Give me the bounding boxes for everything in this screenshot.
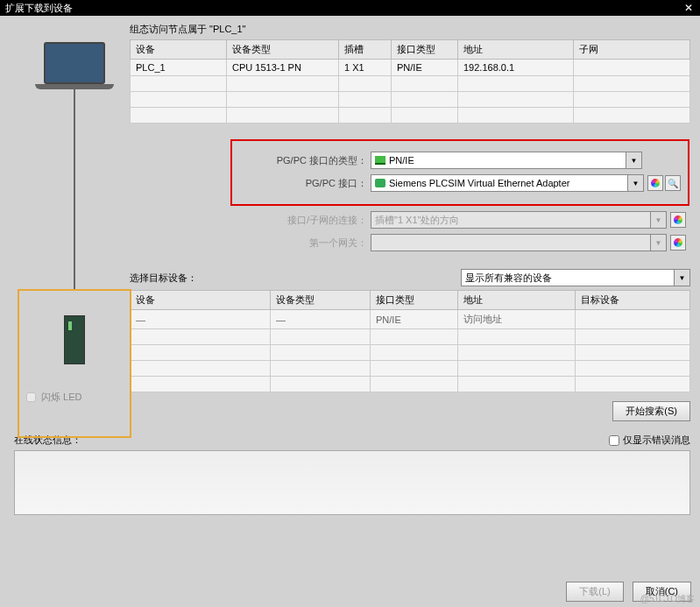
window-title: 扩展下载到设备: [5, 2, 73, 15]
properties-button[interactable]: [670, 235, 686, 251]
diagnose-button[interactable]: 🔍: [665, 175, 681, 191]
label-interface-type: PG/PC 接口的类型：: [239, 154, 371, 167]
adapter-icon: [375, 179, 385, 187]
errors-only-checkbox[interactable]: 仅显示错误消息: [609, 434, 690, 447]
dropdown-connection: 插槽"1 X1"处的方向 ▼: [371, 211, 667, 229]
dropdown-gateway: ▼: [371, 234, 667, 251]
chevron-down-icon: ▼: [627, 175, 643, 191]
download-button[interactable]: 下载(L): [566, 582, 623, 602]
color-wheel-icon: [651, 179, 660, 187]
dropdown-interface-type[interactable]: PN/IE ▼: [371, 152, 642, 169]
chevron-down-icon: ▼: [650, 235, 666, 251]
dropdown-target-filter[interactable]: 显示所有兼容的设备 ▼: [461, 269, 690, 286]
plc-highlight-box: 闪烁 LED: [18, 289, 131, 438]
properties-button[interactable]: [647, 175, 663, 191]
color-wheel-icon: [674, 238, 682, 247]
start-search-button[interactable]: 开始搜索(S): [612, 401, 690, 421]
chevron-down-icon: ▼: [650, 212, 666, 228]
close-icon[interactable]: ✕: [682, 2, 695, 14]
watermark: @51CTO博客: [640, 593, 695, 605]
interface-settings-box: PG/PC 接口的类型： PN/IE ▼ PG/PC 接口： Siemens P…: [230, 139, 689, 206]
table-row[interactable]: —— PN/IE访问地址: [131, 310, 690, 329]
network-icon: [375, 156, 385, 165]
chevron-down-icon: ▼: [674, 270, 689, 286]
select-target-label: 选择目标设备：: [130, 272, 197, 285]
properties-button[interactable]: [670, 212, 686, 228]
magnifier-icon: 🔍: [668, 179, 678, 188]
device-diagram: 闪烁 LED: [18, 42, 131, 445]
laptop-icon: [31, 42, 118, 89]
table-row[interactable]: PLC_1CPU 1513-1 PN 1 X1PN/IE 192.168.0.1: [131, 60, 690, 76]
chevron-down-icon: ▼: [626, 152, 641, 168]
plc-icon: [64, 315, 85, 364]
config-devices-table: 设备设备类型 插槽接口类型 地址子网 PLC_1CPU 1513-1 PN 1 …: [130, 39, 690, 124]
label-interface: PG/PC 接口：: [239, 177, 371, 190]
config-node-label: 组态访问节点属于 "PLC_1": [130, 23, 693, 36]
dropdown-interface[interactable]: Siemens PLCSIM Virtual Ethernet Adapter …: [371, 174, 644, 192]
flash-led-checkbox[interactable]: 闪烁 LED: [26, 391, 123, 404]
label-connection: 接口/子网的连接：: [239, 214, 371, 227]
color-wheel-icon: [674, 215, 682, 224]
label-gateway: 第一个网关：: [239, 236, 371, 250]
target-devices-table: 设备设备类型 接口类型地址 目标设备 —— PN/IE访问地址: [130, 290, 690, 392]
status-log: [14, 450, 690, 515]
